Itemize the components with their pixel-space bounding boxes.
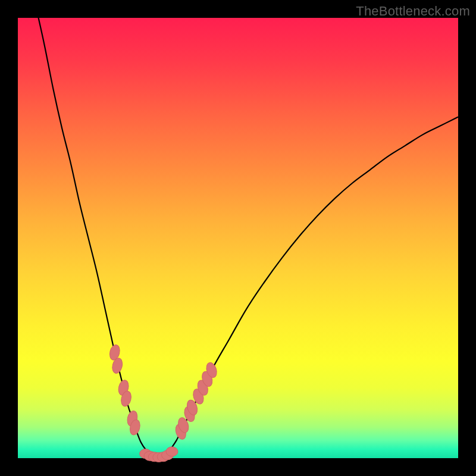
watermark-text: TheBottleneck.com (356, 4, 470, 19)
curve-marker (166, 447, 178, 456)
plot-area (18, 18, 458, 458)
chart-svg (18, 18, 458, 458)
curve-left-branch (36, 5, 159, 458)
outer-frame: TheBottleneck.com (0, 0, 476, 476)
marker-group (108, 344, 218, 462)
curve-right-branch (159, 117, 458, 459)
